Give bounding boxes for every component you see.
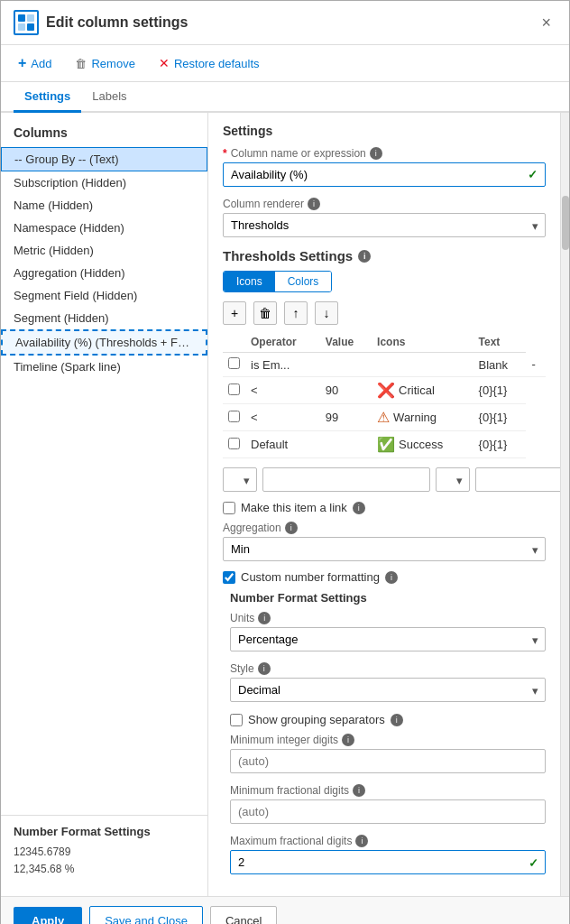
column-renderer-label-text: Column renderer (223, 198, 304, 210)
grouping-checkbox[interactable] (230, 714, 243, 726)
text-val-cell: - (526, 353, 546, 377)
remove-label: Remove (91, 57, 134, 70)
info-icon[interactable]: i (353, 784, 365, 797)
row-checkbox[interactable] (228, 411, 240, 422)
min-integer-label: Minimum integer digits i (230, 734, 546, 746)
tab-settings[interactable]: Settings (14, 82, 81, 113)
row-checkbox[interactable] (228, 383, 240, 395)
max-fractional-label: Maximum fractional digits i (230, 835, 546, 847)
icon-cell (27, 23, 34, 31)
list-item[interactable]: Segment (Hidden) (1, 307, 207, 329)
min-integer-input[interactable] (230, 749, 546, 773)
info-icon[interactable]: i (308, 198, 320, 210)
max-fractional-label-text: Maximum fractional digits (230, 835, 352, 847)
make-link-checkbox[interactable] (223, 502, 235, 514)
custom-number-group: Custom number formatting i (223, 570, 546, 584)
threshold-move-up-button[interactable]: ↑ (284, 301, 308, 325)
dialog-title: Edit column settings (46, 14, 536, 31)
thresholds-settings-label: Thresholds Settings (223, 248, 353, 263)
info-icon[interactable]: i (353, 502, 365, 514)
info-icon[interactable]: i (285, 522, 298, 534)
info-icon[interactable]: i (355, 835, 368, 847)
info-icon[interactable]: i (358, 250, 371, 263)
operator-cell: < (245, 377, 320, 404)
list-item[interactable]: Namespace (Hidden) (1, 217, 207, 239)
threshold-move-down-button[interactable]: ↓ (315, 301, 338, 325)
max-fractional-input[interactable] (230, 850, 546, 874)
aggregation-label: Aggregation i (223, 522, 546, 534)
custom-number-checkbox[interactable] (223, 571, 235, 584)
threshold-add-button[interactable]: + (223, 301, 246, 325)
col-text: Text (473, 332, 527, 353)
info-icon[interactable]: i (342, 734, 354, 746)
list-item[interactable]: Segment Field (Hidden) (1, 284, 207, 307)
toggle-colors-button[interactable]: Colors (275, 272, 332, 291)
grouping-label: Show grouping separators (248, 713, 385, 726)
grouping-group: Show grouping separators i (230, 713, 546, 726)
column-name-label: * Column name or expression i (223, 147, 546, 160)
info-icon[interactable]: i (391, 714, 403, 726)
operator-cell: < (245, 404, 320, 431)
tab-labels[interactable]: Labels (81, 82, 137, 113)
threshold-table: Operator Value Icons Text is Em... Blank… (223, 332, 546, 458)
column-name-field[interactable] (231, 168, 524, 181)
list-item[interactable]: Subscription (Hidden) (1, 171, 207, 194)
list-item[interactable]: -- Group By -- (Text) (1, 147, 207, 171)
list-item-availability[interactable]: Availability (%) (Thresholds + Formatted… (1, 329, 207, 356)
units-label-text: Units (230, 612, 254, 624)
dialog: Edit column settings × + Add 🗑 Remove ✕ … (0, 0, 570, 924)
row-checkbox[interactable] (228, 357, 240, 369)
row-select-operator (223, 467, 257, 492)
min-fractional-input[interactable] (230, 799, 546, 824)
info-icon[interactable]: i (370, 147, 382, 160)
units-group: Units i Percentage (230, 612, 546, 651)
number-format-title: Number Format Settings (230, 591, 546, 605)
number-format-section: Number Format Settings Units i Percentag… (230, 591, 546, 874)
toggle-icons-button[interactable]: Icons (224, 272, 275, 291)
remove-button[interactable]: 🗑 Remove (70, 54, 139, 73)
row-checkbox[interactable] (228, 438, 240, 449)
scrollbar-thumb[interactable] (562, 196, 569, 250)
col-value: Value (320, 332, 372, 353)
left-panel: Columns -- Group By -- (Text) Subscripti… (1, 113, 208, 896)
units-select[interactable]: Percentage (230, 627, 546, 651)
min-fractional-label: Minimum fractional digits i (230, 784, 546, 797)
icon-dropdown[interactable] (436, 467, 470, 492)
list-item[interactable]: Name (Hidden) (1, 194, 207, 217)
value-input[interactable] (262, 467, 430, 492)
footer: Apply Save and Close Cancel (1, 896, 569, 924)
info-icon[interactable]: i (258, 612, 271, 624)
value-cell: 99 (320, 404, 372, 431)
scrollbar[interactable] (560, 113, 569, 896)
min-fractional-group: Minimum fractional digits i (230, 784, 546, 824)
make-link-group: Make this item a link i (223, 501, 546, 514)
add-label: Add (31, 57, 51, 70)
threshold-delete-button[interactable]: 🗑 (253, 301, 277, 325)
operator-dropdown[interactable] (223, 467, 257, 492)
min-fractional-label-text: Minimum fractional digits (230, 784, 349, 797)
columns-title: Columns (1, 122, 207, 147)
list-item[interactable]: Metric (Hidden) (1, 239, 207, 262)
apply-button[interactable]: Apply (14, 907, 82, 924)
column-renderer-select[interactable]: Thresholds (223, 213, 546, 237)
save-close-button[interactable]: Save and Close (89, 906, 203, 924)
list-item[interactable]: Timeline (Spark line) (1, 356, 207, 378)
style-label: Style i (230, 662, 546, 675)
text-val-cell: {0}{1} (473, 404, 527, 431)
aggregation-select-wrapper: Min (223, 537, 546, 561)
style-select[interactable]: Decimal (230, 678, 546, 702)
icon-cell: ❌ Critical (372, 377, 473, 404)
aggregation-select[interactable]: Min (223, 537, 546, 561)
column-name-input[interactable]: ✓ (223, 162, 546, 187)
thresholds-settings-title: Thresholds Settings i (223, 248, 546, 263)
close-button[interactable]: × (536, 12, 556, 34)
text-input-field[interactable] (475, 467, 560, 492)
restore-defaults-button[interactable]: ✕ Restore defaults (154, 53, 264, 73)
add-button[interactable]: + Add (14, 52, 56, 74)
cancel-button[interactable]: Cancel (210, 906, 277, 924)
icon-cell (18, 23, 25, 31)
table-row: < 99 ⚠ Warning {0}{1} (223, 404, 546, 431)
info-icon[interactable]: i (258, 662, 271, 675)
list-item[interactable]: Aggregation (Hidden) (1, 262, 207, 284)
info-icon[interactable]: i (385, 571, 398, 584)
